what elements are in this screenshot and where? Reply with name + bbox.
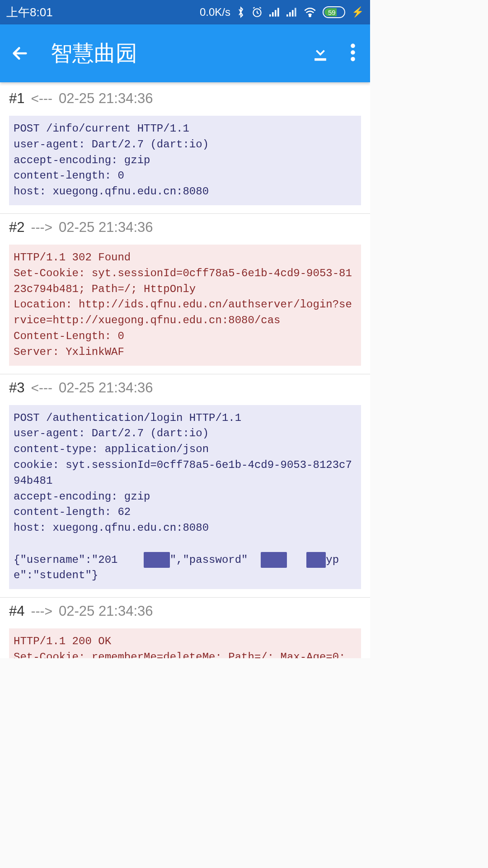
entry-direction: <--- (31, 91, 52, 106)
redacted-block: ████ (144, 552, 170, 568)
log-entry[interactable]: #4 ---> 02-25 21:34:36 HTTP/1.1 200 OK S… (0, 598, 370, 658)
svg-rect-6 (289, 12, 291, 17)
entry-number: #1 (9, 90, 24, 107)
log-entry[interactable]: #2 ---> 02-25 21:34:36 HTTP/1.1 302 Foun… (0, 214, 370, 374)
status-icons: 0.0K/s 59 ⚡ (200, 6, 364, 19)
svg-rect-7 (292, 10, 294, 16)
entry-number: #2 (9, 219, 24, 236)
signal-2-icon (286, 7, 297, 17)
svg-point-9 (309, 15, 310, 17)
app-bar: 智慧曲园 (0, 24, 370, 82)
entry-timestamp: 02-25 21:34:36 (59, 603, 153, 619)
request-body: POST /info/current HTTP/1.1 user-agent: … (9, 116, 361, 205)
body-text: POST /authentication/login HTTP/1.1 user… (14, 412, 352, 566)
more-menu-button[interactable] (350, 42, 356, 64)
bluetooth-icon (237, 6, 245, 18)
status-bar: 上午8:01 0.0K/s 59 ⚡ (0, 0, 370, 24)
log-entry[interactable]: #1 <--- 02-25 21:34:36 POST /info/curren… (0, 82, 370, 214)
entry-header: #4 ---> 02-25 21:34:36 (0, 603, 370, 628)
svg-rect-2 (272, 12, 274, 17)
entry-header: #1 <--- 02-25 21:34:36 (0, 90, 370, 116)
svg-rect-5 (286, 14, 288, 17)
download-button[interactable] (310, 42, 330, 64)
alarm-icon (251, 6, 263, 18)
svg-point-13 (351, 57, 355, 61)
svg-rect-4 (277, 8, 279, 16)
entry-number: #4 (9, 603, 24, 619)
svg-point-11 (351, 44, 355, 48)
svg-rect-10 (314, 58, 326, 61)
response-body: HTTP/1.1 302 Found Set-Cookie: syt.sessi… (9, 245, 361, 366)
body-text: HTTP/1.1 200 OK Set-Cookie: rememberMe=d… (14, 635, 352, 658)
entry-timestamp: 02-25 21:34:36 (59, 219, 153, 236)
log-entry[interactable]: #3 <--- 02-25 21:34:36 POST /authenticat… (0, 374, 370, 598)
charging-icon: ⚡ (352, 6, 364, 18)
entry-timestamp: 02-25 21:34:36 (59, 90, 153, 107)
entry-direction: ---> (31, 220, 52, 235)
page-title: 智慧曲园 (51, 39, 310, 68)
battery-percent: 59 (325, 9, 336, 16)
response-body: HTTP/1.1 200 OK Set-Cookie: rememberMe=d… (9, 628, 361, 658)
entry-timestamp: 02-25 21:34:36 (59, 380, 153, 396)
entry-header: #3 <--- 02-25 21:34:36 (0, 380, 370, 405)
svg-point-12 (351, 50, 355, 55)
signal-1-icon (269, 7, 280, 17)
entry-number: #3 (9, 380, 24, 396)
redacted-block: ████ (261, 552, 287, 568)
svg-rect-3 (275, 10, 277, 16)
svg-rect-1 (269, 14, 271, 17)
request-body: POST /authentication/login HTTP/1.1 user… (9, 405, 361, 590)
entry-direction: <--- (31, 380, 52, 396)
status-time: 上午8:01 (6, 5, 53, 20)
entry-header: #2 ---> 02-25 21:34:36 (0, 219, 370, 245)
battery-indicator: 59 (323, 6, 345, 18)
redacted-block: ███ (306, 552, 326, 568)
body-text: ","password" (170, 553, 248, 566)
log-list[interactable]: #1 <--- 02-25 21:34:36 POST /info/curren… (0, 82, 370, 658)
wifi-icon (304, 7, 316, 17)
entry-direction: ---> (31, 604, 52, 619)
network-speed: 0.0K/s (200, 6, 230, 19)
back-button[interactable] (11, 44, 29, 62)
svg-rect-8 (295, 8, 296, 16)
